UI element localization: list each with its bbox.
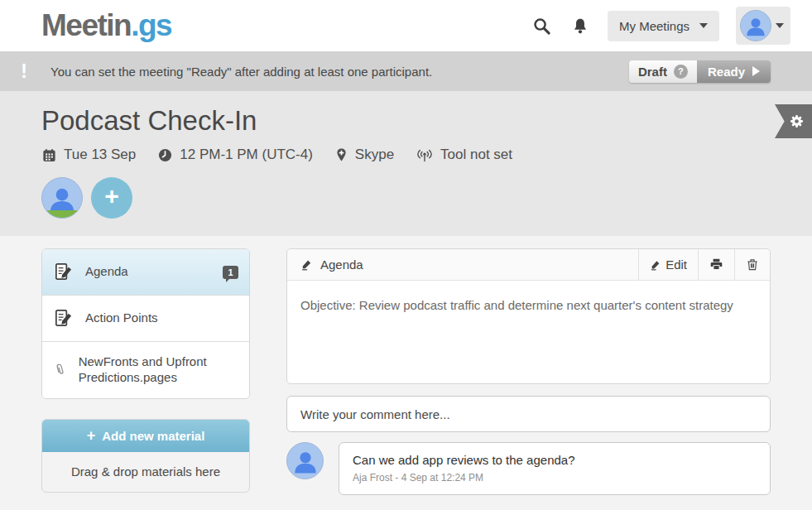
clock-icon [157, 147, 173, 163]
main-column: Agenda Edit Objective: Review podcast tr… [286, 248, 771, 495]
plus-icon: + [87, 427, 96, 445]
content-area: Agenda 1 Action Points NewFronts and Upf… [0, 236, 812, 495]
sidebar-item-action-points[interactable]: Action Points [42, 295, 249, 341]
app-logo[interactable]: Meetin.gs [41, 8, 171, 43]
materials-dropzone[interactable]: + Add new material Drag & drop materials… [41, 419, 250, 493]
gear-icon [788, 113, 805, 130]
edit-label: Edit [665, 257, 687, 272]
user-avatar [740, 10, 771, 41]
meeting-location: Skype [334, 147, 394, 163]
comment-text: Can we add app reviews to the agenda? [353, 453, 757, 467]
meeting-location-label: Skype [355, 147, 394, 163]
agenda-panel: Agenda Edit Objective: Review podcast tr… [286, 248, 771, 384]
agenda-panel-header: Agenda Edit [287, 249, 770, 281]
search-icon[interactable] [531, 15, 553, 36]
calendar-icon [41, 147, 57, 163]
draft-label: Draft [638, 65, 667, 79]
drag-drop-hint: Drag & drop materials here [42, 452, 249, 492]
help-icon[interactable]: ? [674, 65, 688, 79]
status-indicator [42, 210, 82, 218]
exclamation-icon: ! [21, 60, 31, 83]
meeting-time: 12 PM-1 PM (UTC-4) [157, 147, 313, 163]
participant-avatar[interactable] [41, 177, 83, 219]
add-participant-button[interactable]: + [91, 177, 132, 219]
material-list: Agenda 1 Action Points NewFronts and Upf… [41, 248, 250, 399]
paperclip-icon [50, 358, 70, 382]
meeting-time-label: 12 PM-1 PM (UTC-4) [180, 147, 313, 163]
meeting-date-label: Tue 13 Sep [64, 147, 136, 163]
location-pin-icon [334, 147, 348, 163]
agenda-body-text: Objective: Review podcast traffic and de… [287, 281, 770, 383]
printer-icon [709, 257, 723, 272]
comment-card: Can we add app reviews to the agenda? Aj… [339, 442, 771, 495]
user-menu-button[interactable] [736, 7, 790, 45]
sidebar-item-label: Action Points [85, 310, 158, 326]
edit-button[interactable]: Edit [638, 249, 698, 280]
chevron-down-icon [699, 23, 708, 28]
meeting-hero: Podcast Check-In Tue 13 Sep 12 PM-1 PM (… [0, 91, 812, 236]
comment-row: Can we add app reviews to the agenda? Aj… [286, 442, 771, 495]
print-button[interactable] [698, 249, 734, 280]
meeting-tool-label: Tool not set [440, 147, 512, 163]
note-icon [53, 262, 74, 282]
my-meetings-label: My Meetings [619, 19, 689, 33]
my-meetings-button[interactable]: My Meetings [608, 11, 719, 41]
panel-title: Agenda [320, 257, 363, 272]
sidebar-item-label: NewFronts and Upfront Predictions.pages [79, 354, 238, 386]
meeting-state-toggle: Draft ? Ready [629, 60, 771, 83]
comment-input[interactable] [286, 396, 771, 432]
sidebar-item-attachment[interactable]: NewFronts and Upfront Predictions.pages [42, 341, 249, 398]
delete-button[interactable] [734, 249, 770, 280]
logo-blue-part: .gs [131, 8, 171, 42]
meeting-date: Tue 13 Sep [41, 147, 136, 163]
add-material-button[interactable]: + Add new material [42, 420, 249, 452]
sidebar-item-label: Agenda [85, 264, 128, 280]
pencil-icon [650, 259, 661, 271]
play-icon [752, 66, 760, 76]
ready-button[interactable]: Ready [697, 60, 771, 83]
meeting-title: Podcast Check-In [41, 105, 812, 137]
pencil-icon [300, 258, 313, 271]
app-header: Meetin.gs My Meetings [0, 0, 812, 51]
ready-label: Ready [708, 65, 745, 79]
draft-button[interactable]: Draft ? [629, 60, 697, 83]
comment-meta: Aja Frost - 4 Sep at 12:24 PM [353, 472, 757, 484]
commenter-avatar [286, 442, 324, 479]
sidebar-item-agenda[interactable]: Agenda 1 [42, 249, 249, 295]
logo-gray-part: Meetin [41, 8, 131, 42]
comment-count-badge: 1 [223, 266, 238, 279]
chevron-down-icon [776, 23, 784, 28]
plus-icon: + [104, 182, 119, 210]
meeting-tool: Tool not set [416, 147, 512, 163]
broadcast-icon [416, 147, 434, 163]
add-material-label: Add new material [102, 429, 204, 443]
notice-bar: ! You can set the meeting "Ready" after … [0, 51, 812, 91]
notice-text: You can set the meeting "Ready" after ad… [50, 65, 432, 79]
trash-icon [746, 257, 759, 272]
bell-icon[interactable] [569, 15, 591, 36]
note-icon [53, 308, 74, 329]
materials-sidebar: Agenda 1 Action Points NewFronts and Upf… [41, 248, 250, 495]
